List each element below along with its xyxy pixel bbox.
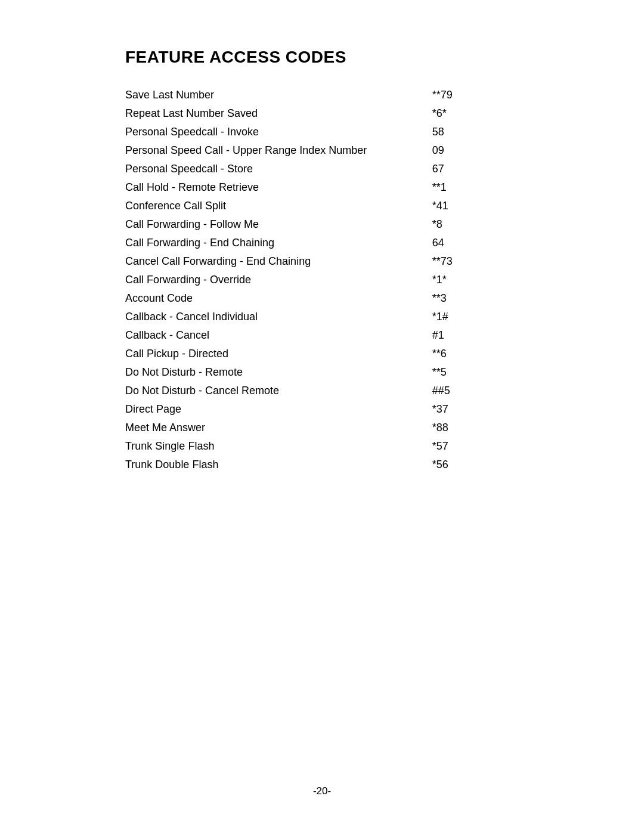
feature-label: Cancel Call Forwarding - End Chaining [125,252,432,271]
feature-code: 09 [432,141,519,160]
feature-code: **5 [432,363,519,382]
feature-code: *41 [432,197,519,215]
table-row: Cancel Call Forwarding - End Chaining**7… [125,252,519,271]
feature-label: Do Not Disturb - Cancel Remote [125,382,432,400]
feature-label: Call Forwarding - End Chaining [125,234,432,252]
table-row: Callback - Cancel Individual*1# [125,308,519,326]
table-row: Call Forwarding - Follow Me*8 [125,215,519,234]
feature-code: *1# [432,308,519,326]
feature-code: **79 [432,86,519,104]
table-row: Call Hold - Remote Retrieve**1 [125,178,519,197]
feature-label: Personal Speed Call - Upper Range Index … [125,141,432,160]
feature-code: 58 [432,123,519,141]
table-row: Call Pickup - Directed**6 [125,345,519,363]
table-row: Call Forwarding - Override*1* [125,271,519,289]
table-row: Save Last Number**79 [125,86,519,104]
feature-code: **6 [432,345,519,363]
feature-label: Callback - Cancel [125,326,432,345]
feature-table: Save Last Number**79Repeat Last Number S… [125,86,519,474]
table-row: Direct Page*37 [125,400,519,419]
table-row: Trunk Single Flash*57 [125,437,519,456]
table-row: Personal Speedcall - Store67 [125,160,519,178]
table-row: Personal Speedcall - Invoke58 [125,123,519,141]
page-footer: -20- [125,761,519,797]
feature-code: #1 [432,326,519,345]
feature-label: Call Hold - Remote Retrieve [125,178,432,197]
table-row: Account Code**3 [125,289,519,308]
table-row: Trunk Double Flash*56 [125,456,519,474]
table-row: Conference Call Split*41 [125,197,519,215]
feature-code: ##5 [432,382,519,400]
feature-code: *56 [432,456,519,474]
feature-code: **1 [432,178,519,197]
feature-label: Do Not Disturb - Remote [125,363,432,382]
feature-label: Save Last Number [125,86,432,104]
feature-label: Trunk Double Flash [125,456,432,474]
feature-label: Meet Me Answer [125,419,432,437]
feature-code: **73 [432,252,519,271]
feature-code: **3 [432,289,519,308]
feature-code: 67 [432,160,519,178]
feature-label: Conference Call Split [125,197,432,215]
page-title: FEATURE ACCESS CODES [125,48,519,67]
feature-label: Call Forwarding - Follow Me [125,215,432,234]
feature-code: *1* [432,271,519,289]
table-row: Meet Me Answer*88 [125,419,519,437]
feature-label: Direct Page [125,400,432,419]
feature-label: Account Code [125,289,432,308]
table-row: Repeat Last Number Saved*6* [125,104,519,123]
page: FEATURE ACCESS CODES Save Last Number**7… [89,0,555,833]
feature-label: Trunk Single Flash [125,437,432,456]
feature-code: *88 [432,419,519,437]
feature-code: *8 [432,215,519,234]
table-row: Do Not Disturb - Cancel Remote##5 [125,382,519,400]
table-row: Callback - Cancel#1 [125,326,519,345]
feature-code: *6* [432,104,519,123]
feature-code: *37 [432,400,519,419]
table-row: Do Not Disturb - Remote**5 [125,363,519,382]
feature-label: Call Forwarding - Override [125,271,432,289]
feature-label: Personal Speedcall - Store [125,160,432,178]
table-row: Personal Speed Call - Upper Range Index … [125,141,519,160]
feature-label: Repeat Last Number Saved [125,104,432,123]
feature-code: 64 [432,234,519,252]
table-row: Call Forwarding - End Chaining64 [125,234,519,252]
feature-code: *57 [432,437,519,456]
feature-label: Callback - Cancel Individual [125,308,432,326]
feature-label: Personal Speedcall - Invoke [125,123,432,141]
feature-label: Call Pickup - Directed [125,345,432,363]
